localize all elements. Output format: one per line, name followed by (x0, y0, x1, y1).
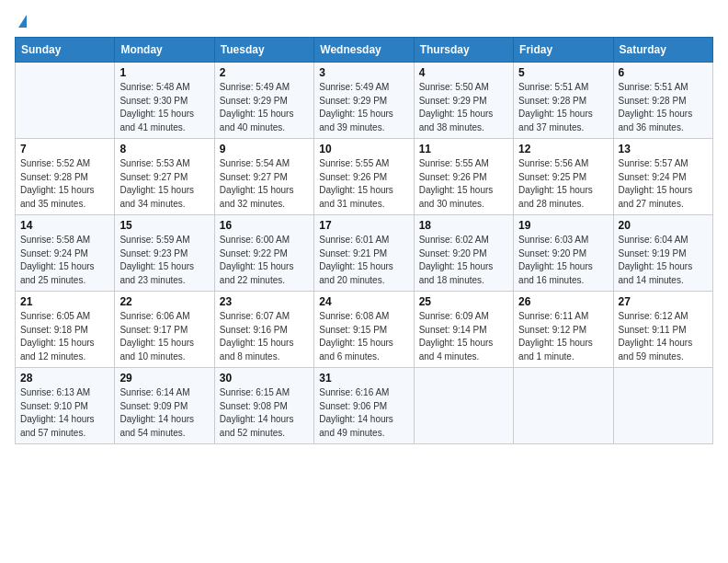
weekday-header-wednesday: Wednesday (314, 38, 414, 63)
calendar-cell: 29Sunrise: 6:14 AM Sunset: 9:09 PM Dayli… (115, 368, 214, 444)
calendar-week-row: 21Sunrise: 6:05 AM Sunset: 9:18 PM Dayli… (16, 292, 713, 368)
day-info: Sunrise: 5:51 AM Sunset: 9:28 PM Dayligh… (619, 81, 708, 134)
day-number: 4 (419, 66, 508, 79)
calendar-cell: 7Sunrise: 5:52 AM Sunset: 9:28 PM Daylig… (16, 139, 115, 215)
day-info: Sunrise: 5:55 AM Sunset: 9:26 PM Dayligh… (419, 157, 508, 211)
calendar-week-row: 1Sunrise: 5:48 AM Sunset: 9:30 PM Daylig… (16, 63, 713, 139)
day-number: 26 (518, 295, 608, 308)
day-number: 23 (220, 295, 309, 308)
day-number: 2 (220, 66, 309, 79)
weekday-header-thursday: Thursday (414, 38, 513, 63)
day-info: Sunrise: 5:54 AM Sunset: 9:27 PM Dayligh… (220, 157, 309, 211)
weekday-header-sunday: Sunday (16, 38, 115, 63)
day-number: 11 (419, 143, 508, 155)
day-number: 25 (419, 295, 508, 308)
weekday-header-friday: Friday (514, 38, 613, 63)
day-number: 19 (518, 219, 608, 232)
day-number: 29 (119, 372, 209, 385)
day-number: 16 (220, 219, 309, 232)
calendar-cell: 6Sunrise: 5:51 AM Sunset: 9:28 PM Daylig… (613, 63, 712, 139)
day-info: Sunrise: 6:09 AM Sunset: 9:14 PM Dayligh… (419, 310, 508, 363)
day-info: Sunrise: 5:49 AM Sunset: 9:29 PM Dayligh… (220, 81, 309, 134)
day-info: Sunrise: 6:12 AM Sunset: 9:11 PM Dayligh… (619, 310, 708, 363)
day-number: 3 (319, 66, 408, 79)
calendar-cell (16, 63, 115, 139)
day-number: 10 (319, 143, 408, 155)
calendar-cell: 28Sunrise: 6:13 AM Sunset: 9:10 PM Dayli… (16, 368, 115, 444)
day-info: Sunrise: 6:00 AM Sunset: 9:22 PM Dayligh… (220, 234, 309, 287)
day-number: 21 (20, 295, 109, 308)
calendar-cell: 30Sunrise: 6:15 AM Sunset: 9:08 PM Dayli… (214, 368, 313, 444)
calendar-cell: 3Sunrise: 5:49 AM Sunset: 9:29 PM Daylig… (314, 63, 414, 139)
day-info: Sunrise: 6:15 AM Sunset: 9:08 PM Dayligh… (220, 386, 309, 440)
day-number: 28 (20, 372, 109, 385)
calendar-cell: 31Sunrise: 6:16 AM Sunset: 9:06 PM Dayli… (314, 368, 414, 444)
day-number: 14 (20, 219, 109, 232)
day-info: Sunrise: 6:05 AM Sunset: 9:18 PM Dayligh… (20, 310, 109, 363)
calendar-cell: 2Sunrise: 5:49 AM Sunset: 9:29 PM Daylig… (214, 63, 313, 139)
calendar-cell: 13Sunrise: 5:57 AM Sunset: 9:24 PM Dayli… (613, 139, 712, 215)
day-info: Sunrise: 5:57 AM Sunset: 9:24 PM Dayligh… (619, 157, 708, 211)
calendar-cell: 20Sunrise: 6:04 AM Sunset: 9:19 PM Dayli… (613, 215, 712, 292)
day-info: Sunrise: 6:08 AM Sunset: 9:15 PM Dayligh… (319, 310, 408, 363)
calendar-week-row: 14Sunrise: 5:58 AM Sunset: 9:24 PM Dayli… (16, 215, 713, 292)
calendar-cell: 14Sunrise: 5:58 AM Sunset: 9:24 PM Dayli… (16, 215, 115, 292)
day-info: Sunrise: 5:49 AM Sunset: 9:29 PM Dayligh… (319, 81, 408, 134)
calendar-cell: 9Sunrise: 5:54 AM Sunset: 9:27 PM Daylig… (214, 139, 313, 215)
day-number: 30 (220, 372, 309, 385)
calendar-cell: 23Sunrise: 6:07 AM Sunset: 9:16 PM Dayli… (214, 292, 313, 368)
weekday-header-tuesday: Tuesday (214, 38, 313, 63)
day-number: 17 (319, 219, 408, 232)
calendar-week-row: 7Sunrise: 5:52 AM Sunset: 9:28 PM Daylig… (16, 139, 713, 215)
calendar-cell: 11Sunrise: 5:55 AM Sunset: 9:26 PM Dayli… (414, 139, 513, 215)
calendar-cell: 26Sunrise: 6:11 AM Sunset: 9:12 PM Dayli… (514, 292, 613, 368)
calendar-cell: 17Sunrise: 6:01 AM Sunset: 9:21 PM Dayli… (314, 215, 414, 292)
day-number: 7 (20, 143, 109, 155)
logo (15, 15, 27, 26)
calendar-cell (613, 368, 712, 444)
calendar-header-row: SundayMondayTuesdayWednesdayThursdayFrid… (16, 38, 713, 63)
calendar-cell (414, 368, 513, 444)
page-header (15, 15, 713, 26)
day-info: Sunrise: 6:06 AM Sunset: 9:17 PM Dayligh… (119, 310, 209, 363)
day-info: Sunrise: 5:51 AM Sunset: 9:28 PM Dayligh… (518, 81, 608, 134)
day-info: Sunrise: 6:14 AM Sunset: 9:09 PM Dayligh… (119, 386, 209, 440)
calendar-cell: 25Sunrise: 6:09 AM Sunset: 9:14 PM Dayli… (414, 292, 513, 368)
day-number: 13 (619, 143, 708, 155)
calendar-cell: 18Sunrise: 6:02 AM Sunset: 9:20 PM Dayli… (414, 215, 513, 292)
calendar-cell: 19Sunrise: 6:03 AM Sunset: 9:20 PM Dayli… (514, 215, 613, 292)
day-number: 5 (518, 66, 608, 79)
calendar-cell: 27Sunrise: 6:12 AM Sunset: 9:11 PM Dayli… (613, 292, 712, 368)
day-number: 15 (119, 219, 209, 232)
calendar-cell: 8Sunrise: 5:53 AM Sunset: 9:27 PM Daylig… (115, 139, 214, 215)
calendar-cell: 5Sunrise: 5:51 AM Sunset: 9:28 PM Daylig… (514, 63, 613, 139)
calendar-cell: 16Sunrise: 6:00 AM Sunset: 9:22 PM Dayli… (214, 215, 313, 292)
day-number: 9 (220, 143, 309, 155)
logo-triangle-icon (18, 15, 27, 28)
day-info: Sunrise: 5:56 AM Sunset: 9:25 PM Dayligh… (518, 157, 608, 211)
day-info: Sunrise: 5:55 AM Sunset: 9:26 PM Dayligh… (319, 157, 408, 211)
day-info: Sunrise: 6:04 AM Sunset: 9:19 PM Dayligh… (619, 234, 708, 287)
day-number: 1 (119, 66, 209, 79)
weekday-header-saturday: Saturday (613, 38, 712, 63)
day-info: Sunrise: 6:02 AM Sunset: 9:20 PM Dayligh… (419, 234, 508, 287)
day-info: Sunrise: 5:58 AM Sunset: 9:24 PM Dayligh… (20, 234, 109, 287)
calendar-cell (514, 368, 613, 444)
day-info: Sunrise: 6:01 AM Sunset: 9:21 PM Dayligh… (319, 234, 408, 287)
calendar-cell: 22Sunrise: 6:06 AM Sunset: 9:17 PM Dayli… (115, 292, 214, 368)
day-info: Sunrise: 6:11 AM Sunset: 9:12 PM Dayligh… (518, 310, 608, 363)
day-info: Sunrise: 6:03 AM Sunset: 9:20 PM Dayligh… (518, 234, 608, 287)
day-info: Sunrise: 5:50 AM Sunset: 9:29 PM Dayligh… (419, 81, 508, 134)
day-info: Sunrise: 6:16 AM Sunset: 9:06 PM Dayligh… (319, 386, 408, 440)
day-number: 27 (619, 295, 708, 308)
day-number: 20 (619, 219, 708, 232)
calendar-cell: 12Sunrise: 5:56 AM Sunset: 9:25 PM Dayli… (514, 139, 613, 215)
calendar-table: SundayMondayTuesdayWednesdayThursdayFrid… (15, 37, 713, 444)
day-number: 6 (619, 66, 708, 79)
day-number: 22 (119, 295, 209, 308)
weekday-header-monday: Monday (115, 38, 214, 63)
day-number: 12 (518, 143, 608, 155)
day-number: 31 (319, 372, 408, 385)
calendar-cell: 4Sunrise: 5:50 AM Sunset: 9:29 PM Daylig… (414, 63, 513, 139)
day-info: Sunrise: 6:07 AM Sunset: 9:16 PM Dayligh… (220, 310, 309, 363)
